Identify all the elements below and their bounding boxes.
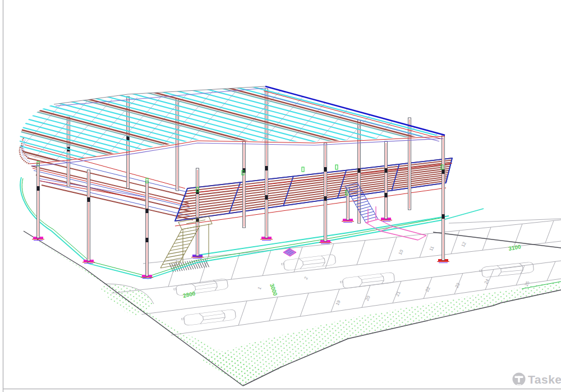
parking-number: 12 [461,241,467,247]
stall-divider [238,301,247,326]
steel-column [141,181,153,279]
car-body [342,272,395,289]
stair-tread [168,251,186,254]
stall-divider [388,237,397,261]
grate-bar [196,260,200,269]
car-mirror [282,263,284,265]
car-glass [497,263,523,276]
parking-number: 2 [304,276,309,280]
parking-row-line [101,241,561,294]
joint-plate [385,168,388,173]
stall-divider [263,250,271,275]
car-mirror [182,318,184,320]
car-outline [173,278,228,296]
tasker-logo-icon [512,373,525,386]
stall-divider [231,253,240,279]
steel-column [82,170,95,264]
parking-number: 25 [524,280,531,287]
parking-number: 24 [484,278,490,284]
joint-plate [358,168,361,173]
steel-column [437,136,449,263]
stall-divider [516,265,525,285]
stall-divider [357,241,365,265]
steel-column [408,118,411,210]
steel-column [176,99,179,191]
roof-beam-flange [6,31,471,154]
joint-plate [265,166,268,170]
mid-floor-beam [36,175,191,211]
stair-tread [180,229,198,233]
stair-tread [178,233,196,237]
purlin [6,162,471,284]
dimension-label: 3000 [269,283,278,297]
joint-plate [324,167,327,172]
mid-floor-beam [33,168,189,206]
steel-column [67,117,70,186]
tasker-wordmark: Tasker [528,373,561,386]
stall-divider [547,261,555,280]
joint-plate [385,193,388,197]
stall-divider [451,230,459,254]
purlin [6,142,471,265]
car-body [183,309,236,326]
stair-tread [176,237,194,240]
rafter-line [314,115,370,176]
site-boundary-right [433,232,561,248]
roof-framing-layer [6,17,471,289]
stair-tread [163,261,181,265]
landscape-grass-areas [27,234,561,385]
joint-plate [146,238,149,242]
parking-number: 10 [398,248,404,255]
stair-tread [172,244,190,247]
car-outline [340,272,395,289]
grate-bar [198,259,202,269]
car-glass [191,280,218,294]
joint-plate [146,209,149,213]
grate-bar [181,262,185,271]
roof-beam-flange [6,55,471,178]
roof-beam [6,53,471,176]
parking-number: 19 [335,299,342,306]
stair-tread [361,211,374,215]
purlin [6,137,471,260]
roof-purlins [6,17,471,289]
steel-column [32,164,44,241]
dimension-label: 3100 [508,243,521,252]
site-plan-layer [24,219,561,386]
car-outline [281,254,336,271]
parking-row-line [449,219,561,223]
parking-number: 21 [395,290,402,297]
parking-number: 22 [425,285,431,292]
roof-beam [6,102,471,224]
parking-number: 11 [429,245,435,252]
joint-plate [265,195,268,200]
stall-divider [420,234,428,257]
car-glass [299,255,325,269]
parking-number: 1 [257,286,263,290]
stair-tread [364,216,376,220]
pad-footing-plan [283,248,296,256]
dimension-label: 2800 [182,290,196,298]
steel-column [243,141,246,228]
parking-number: 20 [365,294,371,301]
purlin [6,156,471,279]
car-outline [479,262,534,278]
stall-divider [294,247,302,272]
parking-row-line [143,220,561,264]
stair-tread [363,214,375,218]
stair-tread [166,254,184,257]
parking-row-line [79,261,561,322]
parking-number: 23 [454,282,461,288]
green-clip [302,167,304,172]
stair-tread [360,209,373,213]
joint-plate [324,196,327,201]
mezz-joist [176,181,447,218]
mid-floor-beam [31,166,188,203]
stair-tread [170,247,188,251]
joint-plate [442,214,445,219]
cad-3d-view[interactable]: 280030003100 1210111219202122232425 Task… [0,0,561,392]
stall-divider [269,297,278,321]
car-mirror [174,288,176,290]
stall-divider [300,293,309,317]
car-outline [181,309,236,326]
